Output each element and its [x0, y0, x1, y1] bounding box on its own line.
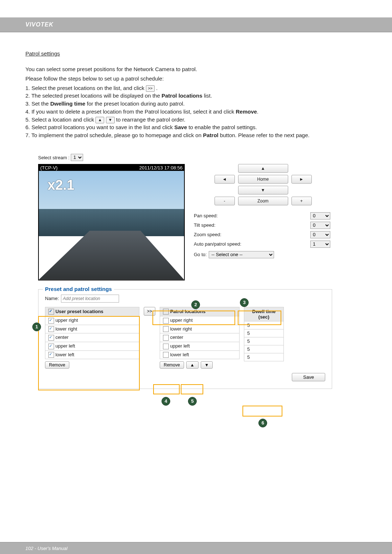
app-area: Select stream : 1 (TCP-V) 2011/12/13 17:…: [38, 154, 332, 389]
preset-name-row: Name:: [45, 295, 325, 303]
transfer-icon: >>: [146, 85, 155, 92]
move-up-button[interactable]: ▲: [186, 361, 199, 369]
step-5: 5. Select a location and click ▲ ▼ to re…: [25, 116, 367, 124]
video-scene: x2.1: [39, 171, 184, 280]
tilt-down-button[interactable]: ▼: [238, 186, 288, 194]
zoom-in-button[interactable]: +: [291, 197, 312, 205]
zoom-out-button[interactable]: -: [215, 197, 235, 205]
step-1: 1. Select the preset locations on the li…: [25, 84, 367, 92]
pan-speed-label: Pan speed:: [194, 211, 310, 221]
callout-3: 3: [240, 298, 249, 307]
section-title: Patrol settings: [25, 50, 367, 57]
step-3: 3. Set the Dwelling time for the preset …: [25, 100, 367, 108]
step-2: 2. The selected preset locations will be…: [25, 92, 367, 100]
pan-right-button[interactable]: ►: [291, 175, 312, 184]
list-item: center: [45, 333, 139, 342]
tilt-speed-select[interactable]: 0: [310, 222, 330, 229]
patrol-checkbox[interactable]: [163, 344, 169, 349]
auto-speed-select[interactable]: 1: [310, 241, 330, 248]
stream-label: Select stream :: [38, 155, 70, 160]
list-item: 5: [244, 345, 284, 353]
brand-header: VIVOTEK: [0, 17, 392, 32]
transfer-button[interactable]: >>: [144, 307, 155, 316]
list-item: upper left: [45, 342, 139, 351]
patrol-checkbox[interactable]: [163, 318, 169, 324]
user-preset-table: User preset locations upper right lower …: [45, 307, 139, 359]
list-item: upper left: [160, 342, 240, 351]
tilt-up-button[interactable]: ▲: [238, 164, 288, 173]
pan-left-button[interactable]: ◄: [215, 175, 235, 184]
zoom-speed-label: Zoom speed:: [194, 230, 310, 239]
video-preview: (TCP-V) 2011/12/13 17:08:56 x2.1: [38, 164, 185, 280]
callout-5: 5: [188, 397, 197, 406]
stream-row: Select stream : 1: [38, 154, 332, 161]
patrol-checkbox[interactable]: [163, 326, 169, 332]
arrow-up-icon: ▲: [95, 117, 104, 123]
user-header-checkbox[interactable]: [48, 309, 54, 315]
preset-name-input[interactable]: [61, 295, 119, 303]
list-item: upper right: [45, 316, 139, 325]
step-7: 7. To implement the patrol schedule, ple…: [25, 131, 367, 139]
list-item: 5: [244, 337, 284, 345]
page-footer: 102 - User's Manual: [25, 546, 68, 551]
callout-1: 1: [32, 323, 41, 331]
transfer-column: >>: [144, 307, 155, 316]
zoom-speed-select[interactable]: 0: [310, 231, 330, 238]
list-item: upper right: [160, 316, 240, 325]
preset-checkbox[interactable]: [48, 352, 54, 358]
dwell-table: Dwell time (sec) 5 5 5 5 5: [244, 307, 284, 361]
dwell-header: Dwell time (sec): [244, 307, 284, 321]
auto-speed-label: Auto pan/patrol speed:: [194, 239, 310, 249]
zoom-label: Zoom: [238, 197, 288, 205]
intro-text: You can select some preset positions for…: [25, 65, 367, 83]
list-item: 5: [244, 321, 284, 329]
save-button[interactable]: Save: [292, 373, 325, 381]
ptz-controls: ▲ ◄ Home ► ▼ - Zoom + Pan speed:: [194, 164, 332, 258]
speed-table: Pan speed: 0 Tilt speed: 0 Zoom speed: 0…: [194, 211, 332, 249]
list-item: 5: [244, 329, 284, 337]
list-item: 5: [244, 353, 284, 361]
intro-line1: You can select some preset positions for…: [25, 65, 367, 73]
preset-checkbox[interactable]: [48, 326, 54, 332]
preset-checkbox[interactable]: [48, 335, 54, 341]
intro-line2: Please follow the steps below to set up …: [25, 75, 367, 83]
preset-legend: Preset and patrol settings: [43, 286, 114, 292]
brand-name: VIVOTEK: [25, 21, 53, 28]
list-item: lower right: [160, 325, 240, 333]
patrol-checkbox[interactable]: [163, 335, 169, 341]
arrow-down-icon: ▼: [106, 117, 115, 123]
list-item: lower left: [45, 350, 139, 359]
goto-row: Go to: -- Select one --: [194, 251, 332, 258]
zoom-overlay: x2.1: [48, 177, 74, 193]
pan-speed-select[interactable]: 0: [310, 212, 330, 219]
patrol-table: Patrol locations upper right lower right…: [160, 307, 240, 359]
list-item: lower left: [160, 350, 240, 359]
callout-6: 6: [258, 419, 267, 427]
video-protocol: (TCP-V): [40, 165, 58, 171]
move-down-button[interactable]: ▼: [201, 361, 213, 369]
step-4: 4. If you want to delete a preset locati…: [25, 108, 367, 116]
stream-select[interactable]: 1: [71, 154, 83, 161]
patrol-checkbox[interactable]: [163, 352, 169, 358]
step-6: 6. Select patrol locations you want to s…: [25, 123, 367, 131]
list-item: center: [160, 333, 240, 342]
goto-label: Go to:: [194, 252, 207, 257]
video-topbar: (TCP-V) 2011/12/13 17:08:56: [39, 165, 184, 171]
list-item: lower right: [45, 325, 139, 333]
callout-2: 2: [191, 300, 200, 309]
callout-4: 4: [162, 397, 170, 406]
document-content: Patrol settings You can select some pres…: [0, 32, 392, 389]
preset-checkbox[interactable]: [48, 344, 54, 349]
patrol-remove-button[interactable]: Remove: [160, 361, 184, 369]
user-preset-header: User preset locations: [56, 309, 103, 314]
goto-select[interactable]: -- Select one --: [209, 251, 274, 258]
preset-checkbox[interactable]: [48, 318, 54, 324]
patrol-header-checkbox[interactable]: [163, 309, 169, 315]
home-button[interactable]: Home: [238, 175, 288, 184]
highlight-6: [242, 406, 282, 416]
video-timestamp: 2011/12/13 17:08:56: [139, 165, 183, 171]
patrol-header: Patrol locations: [170, 309, 206, 314]
user-remove-button[interactable]: Remove: [45, 361, 69, 369]
tilt-speed-label: Tilt speed:: [194, 221, 310, 230]
preset-name-label: Name:: [45, 296, 59, 301]
